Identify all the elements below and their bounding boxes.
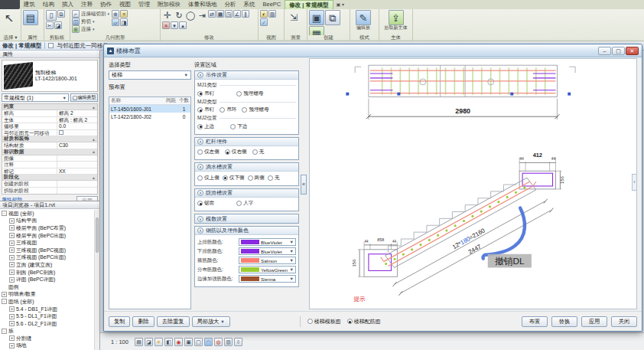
section-constraints[interactable]: 约束▲	[2, 104, 97, 110]
tab-structure[interactable]: 结构	[39, 0, 58, 9]
close-button[interactable]: ✕	[626, 47, 639, 55]
tab-systems[interactable]: 系统	[240, 0, 259, 9]
cut-icon[interactable]: ✂	[46, 21, 54, 29]
tab-annotate[interactable]: 注释	[77, 0, 96, 9]
scale-icon[interactable]: ◳	[225, 10, 233, 18]
tab-addins[interactable]: 附加模块	[154, 0, 184, 9]
dialog-titlebar[interactable]: ▲ 楼梯布置 – ▢ ✕	[104, 44, 642, 57]
radio-option[interactable]: 吊环	[220, 106, 236, 113]
radio-option[interactable]: 吊钉	[197, 106, 214, 113]
split-icon[interactable]: ∥	[242, 10, 249, 18]
browser-item-sheets[interactable]: -图纸 (全部)	[2, 298, 99, 306]
browser-item[interactable]: +三维视图 (BePC出图)	[2, 254, 99, 262]
wall-joins-icon[interactable]: ⊕	[112, 10, 119, 18]
radio-option[interactable]: 无	[252, 149, 265, 155]
expander-icon[interactable]: -	[2, 211, 7, 216]
edit-type-button[interactable]: 编辑类型	[70, 93, 98, 102]
pin-icon[interactable]: ▾	[171, 21, 178, 29]
mirror-icon[interactable]: ⇄	[208, 10, 216, 18]
browser-item[interactable]: +立面 (建筑立面)	[2, 261, 99, 269]
browser-item[interactable]: +场地	[2, 342, 99, 350]
section-header[interactable]: ∨模数设置	[195, 214, 298, 223]
property-row[interactable]: 图像	[2, 155, 97, 162]
rendering-icon[interactable]: ◉	[174, 338, 183, 346]
browser-item[interactable]: +楼层平面 (BePC出图)	[2, 232, 99, 240]
property-row[interactable]: 主体标高 : 标高 2	[2, 117, 97, 124]
collapse-icon[interactable]: ∧	[197, 190, 203, 196]
property-row[interactable]: 创建的阶段	[2, 181, 97, 188]
color-dropdown[interactable]: Sienna▼	[239, 275, 296, 283]
radio-option[interactable]: 人字	[236, 200, 253, 207]
move-with-nearby-checkbox[interactable]	[48, 43, 54, 48]
browser-item-views[interactable]: -视图 (全部)	[2, 210, 99, 218]
section-header[interactable]: ∧防滑槽设置	[195, 189, 298, 198]
collapse-icon[interactable]: ∧	[197, 139, 203, 145]
radio-option[interactable]: 吊钉	[197, 90, 214, 97]
property-row[interactable]: 偏移量0.0	[2, 123, 97, 130]
visual-style-icon[interactable]: ◪	[145, 338, 153, 346]
browser-item[interactable]: +结构平面	[2, 218, 99, 225]
override-graphics-icon[interactable]: ▥	[268, 10, 276, 18]
tab-architecture[interactable]: 建筑	[20, 0, 39, 9]
browser-item[interactable]: +剖面 (BePC剖面)	[2, 269, 99, 276]
browser-item-families[interactable]: -族	[2, 328, 99, 335]
browser-item[interactable]: +三维视图 (BePC视图)	[2, 247, 99, 254]
section-identity[interactable]: 标识数据▲	[2, 149, 97, 155]
section-header[interactable]: ∧钢筋以及埋件颜色	[195, 227, 298, 235]
radio-option[interactable]: 仅下侧	[223, 175, 245, 182]
expander-icon[interactable]: +	[9, 306, 15, 312]
property-row[interactable]: 拆除的阶段	[2, 188, 97, 195]
properties-icon[interactable]: ▤	[23, 10, 38, 25]
section-phasing[interactable]: 阶段化▲	[2, 175, 97, 181]
expander-icon[interactable]: +	[9, 270, 15, 275]
copy-icon[interactable]: ⧉	[57, 10, 65, 18]
tab-modify-contextual[interactable]: 修改 | 常规模型	[285, 0, 333, 9]
expander-icon[interactable]: +	[9, 321, 15, 326]
browser-item[interactable]: +详图 (BePC详图)	[2, 276, 99, 283]
color-dropdown[interactable]: BlueViolet▼	[239, 247, 296, 255]
edit-family-button[interactable]: ✎ 编辑族	[352, 10, 375, 31]
expander-icon[interactable]: +	[9, 225, 15, 231]
component-type-select[interactable]: 楼梯 ▼	[109, 70, 191, 80]
collapse-icon[interactable]: ∧	[197, 227, 203, 234]
browser-item-sheet[interactable]: +5.4 - DB1_F1详图	[2, 306, 99, 313]
shadows-icon[interactable]: ◧	[164, 338, 173, 346]
place-button[interactable]: 布置	[522, 316, 548, 327]
tab-beepc[interactable]: BeePC	[259, 0, 285, 9]
section-header[interactable]: ∧吊件设置	[195, 71, 298, 80]
section-header[interactable]: ∧栏杆埋件	[195, 138, 298, 146]
maximize-button[interactable]: ▢	[612, 47, 625, 55]
array-icon[interactable]: ▦	[216, 10, 224, 18]
tab-view[interactable]: 视图	[115, 0, 135, 9]
create-group-icon[interactable]: ▣	[309, 10, 324, 25]
expander-icon[interactable]: +	[9, 335, 15, 341]
browser-scrollbar[interactable]	[94, 210, 99, 350]
tab-collaborate[interactable]: 协作	[96, 0, 115, 9]
radio-option[interactable]: 下边	[230, 123, 247, 130]
ribbon-display-toggle-icon[interactable]: ▣ ▾	[337, 0, 344, 9]
browser-item-schedules[interactable]: +明细表/数量	[2, 291, 99, 299]
section-header[interactable]: ∧滴水槽设置	[195, 163, 298, 172]
trim-icon[interactable]: ∠	[233, 10, 241, 18]
radio-option[interactable]: 预埋螺母	[236, 90, 263, 97]
color-dropdown[interactable]: YellowGreen▼	[239, 266, 296, 273]
view-scale[interactable]: 1 : 100	[111, 339, 128, 345]
color-dropdown[interactable]: BlueViolet▼	[239, 238, 296, 246]
rotate-icon[interactable]: ↻	[174, 10, 184, 21]
unpin-icon[interactable]: ▴	[179, 21, 187, 29]
paste-icon[interactable]: ▯	[46, 10, 57, 21]
remove-duplicates-button[interactable]: 去除重复	[157, 316, 190, 327]
expander-icon[interactable]: -	[2, 299, 7, 304]
radio-option[interactable]: 仅左侧	[197, 149, 220, 155]
formwork-view-radio[interactable]: 楼梯模板图	[307, 318, 341, 325]
analytical-model-icon[interactable]: ◊	[234, 338, 242, 346]
property-row[interactable]: 注释	[2, 162, 97, 168]
radio-option[interactable]: 两侧	[248, 175, 265, 182]
property-row[interactable]: 标高标高 2	[2, 110, 97, 117]
apply-button[interactable]: 应用	[581, 316, 607, 327]
browser-item[interactable]: +分割缝	[2, 335, 99, 342]
collapse-icon[interactable]: ∧	[197, 72, 203, 78]
join-geometry-icon[interactable]: ⊞	[72, 25, 80, 33]
paint-icon[interactable]: ◨	[120, 18, 128, 26]
radio-option[interactable]: 预埋螺母	[242, 106, 268, 113]
